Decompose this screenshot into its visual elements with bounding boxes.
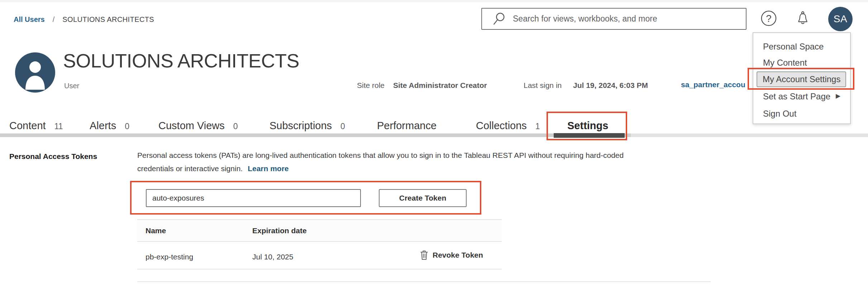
menu-item-personal-space[interactable]: Personal Space <box>763 42 824 52</box>
avatar-initials: SA <box>834 13 847 25</box>
menu-item-my-content[interactable]: My Content <box>763 58 807 68</box>
breadcrumb-separator: / <box>53 15 55 24</box>
tab-bar-track-dark <box>0 133 631 137</box>
search-icon <box>491 11 506 27</box>
revoke-token-button[interactable]: Revoke Token <box>420 250 483 260</box>
pat-description-line2: credentials or interactive signin. Learn… <box>137 164 289 173</box>
bell-icon <box>795 10 811 27</box>
tab-custom-views[interactable]: Custom Views 0 <box>158 120 238 132</box>
menu-item-sign-out[interactable]: Sign Out <box>763 109 796 119</box>
tab-performance[interactable]: Performance <box>377 120 437 132</box>
breadcrumb-current-page: SOLUTIONS ARCHITECTS <box>62 15 154 24</box>
search-input[interactable] <box>512 14 739 24</box>
last-sign-in-label: Last sign in <box>524 81 562 90</box>
help-icon: ? <box>760 10 777 27</box>
site-role-value: Site Administrator Creator <box>393 81 487 90</box>
menu-item-set-as-start-page[interactable]: Set as Start Page <box>763 92 830 102</box>
column-header-expiration: Expiration date <box>252 226 307 235</box>
section-divider <box>137 281 711 282</box>
token-row-expiration: Jul 10, 2025 <box>252 253 293 261</box>
submenu-arrow-icon: ▶ <box>836 92 840 100</box>
help-button[interactable]: ? <box>760 10 777 27</box>
column-header-name: Name <box>146 226 166 235</box>
tab-collections[interactable]: Collections 1 <box>476 120 540 132</box>
notifications-button[interactable] <box>794 10 811 27</box>
svg-text:?: ? <box>766 13 771 24</box>
create-token-button[interactable]: Create Token <box>379 189 467 207</box>
account-name-link[interactable]: sa_partner_accou <box>681 80 745 89</box>
table-border-header <box>137 241 502 242</box>
last-sign-in-value: Jul 19, 2024, 6:03 PM <box>573 81 648 90</box>
account-menu: Personal Space My Content My Account Set… <box>753 32 851 124</box>
user-avatar <box>15 52 55 93</box>
menu-item-my-account-settings[interactable]: My Account Settings <box>757 71 846 87</box>
table-border-top <box>137 219 502 220</box>
breadcrumb: All Users / SOLUTIONS ARCHITECTS <box>14 14 154 24</box>
tab-settings[interactable]: Settings <box>567 120 608 132</box>
learn-more-link[interactable]: Learn more <box>248 164 288 173</box>
tab-alerts[interactable]: Alerts 0 <box>90 120 129 132</box>
pat-section-label: Personal Access Tokens <box>9 152 97 161</box>
site-role-label: Site role <box>357 81 385 90</box>
pat-description-line2-text: credentials or interactive signin. <box>137 164 243 173</box>
token-table-header-row <box>137 220 502 241</box>
token-row-name: pb-exp-testing <box>146 253 193 261</box>
tab-subscriptions[interactable]: Subscriptions 0 <box>270 120 345 132</box>
person-icon <box>15 52 55 93</box>
tab-content[interactable]: Content 11 <box>9 120 63 132</box>
page-title: SOLUTIONS ARCHITECTS <box>63 50 299 72</box>
account-avatar-button[interactable]: SA <box>828 7 853 31</box>
selected-tab-underline <box>554 133 625 138</box>
table-border-bottom <box>137 269 502 269</box>
trash-icon <box>420 250 428 260</box>
breadcrumb-all-users-link[interactable]: All Users <box>14 15 45 24</box>
top-edge-strip <box>0 0 868 2</box>
pat-description-line1: Personal access tokens (PATs) are long-l… <box>137 151 624 160</box>
token-name-input[interactable] <box>146 189 361 207</box>
search-bar[interactable] <box>481 8 747 30</box>
user-type-label: User <box>64 82 79 90</box>
